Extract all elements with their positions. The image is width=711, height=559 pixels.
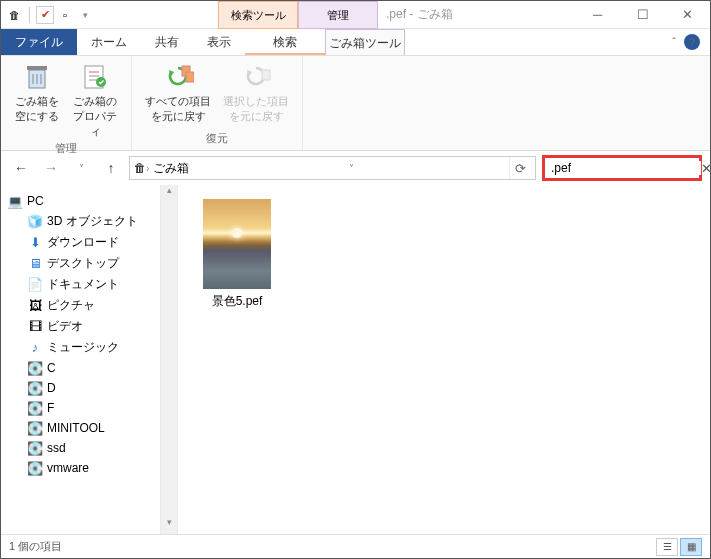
tree-item-videos[interactable]: 🎞ビデオ	[1, 316, 160, 337]
window-title: .pef - ごみ箱	[386, 6, 453, 23]
empty-bin-button[interactable]: ごみ箱を 空にする	[9, 58, 65, 141]
svg-rect-1	[27, 66, 47, 70]
content-area: 💻 PC 🧊3D オブジェクト ⬇ダウンロード 🖥デスクトップ 📄ドキュメント …	[1, 185, 710, 534]
tree-item-documents[interactable]: 📄ドキュメント	[1, 274, 160, 295]
tab-file[interactable]: ファイル	[1, 29, 77, 55]
tab-home[interactable]: ホーム	[77, 29, 141, 55]
recycle-bin-icon: 🗑	[5, 6, 23, 24]
drive-icon: 💽	[27, 400, 43, 416]
tree-item-downloads[interactable]: ⬇ダウンロード	[1, 232, 160, 253]
music-icon: ♪	[27, 340, 43, 356]
drive-icon: 💽	[27, 360, 43, 376]
bin-properties-button[interactable]: ごみ箱の プロパティ	[67, 58, 123, 141]
breadcrumb-location[interactable]: ごみ箱	[149, 160, 193, 177]
tab-view[interactable]: 表示	[193, 29, 245, 55]
ribbon: ごみ箱を 空にする ごみ箱の プロパティ 管理 すべての項目 を元に戻す 選択し…	[1, 56, 710, 151]
minimize-button[interactable]: ─	[575, 1, 620, 29]
recent-dropdown[interactable]: ˅	[69, 156, 93, 180]
context-tab-manage[interactable]: 管理	[298, 1, 378, 29]
tab-search-sub[interactable]: 検索	[245, 29, 325, 55]
file-thumbnail	[203, 199, 271, 289]
svg-rect-14	[262, 70, 270, 80]
drive-icon: 💽	[27, 380, 43, 396]
navigation-pane[interactable]: 💻 PC 🧊3D オブジェクト ⬇ダウンロード 🖥デスクトップ 📄ドキュメント …	[1, 185, 161, 534]
empty-bin-icon	[21, 60, 53, 92]
properties-icon	[79, 60, 111, 92]
restore-all-icon	[162, 60, 194, 92]
context-tab-search[interactable]: 検索ツール	[218, 1, 298, 29]
restore-selected-icon	[240, 60, 272, 92]
context-tabs: 検索ツール 管理	[218, 1, 378, 29]
address-bar[interactable]: 🗑 › ごみ箱 ˅ ⟳	[129, 156, 536, 180]
qat-check-icon[interactable]: ✔	[36, 6, 54, 24]
tree-root-pc[interactable]: 💻 PC	[1, 191, 160, 211]
tree-item-music[interactable]: ♪ミュージック	[1, 337, 160, 358]
address-dropdown-icon[interactable]: ˅	[343, 163, 359, 174]
tree-item-pictures[interactable]: 🖼ピクチャ	[1, 295, 160, 316]
svg-rect-12	[186, 72, 194, 82]
file-name: 景色5.pef	[192, 293, 282, 310]
recycle-bin-breadcrumb-icon: 🗑	[134, 161, 146, 175]
refresh-icon[interactable]: ⟳	[509, 157, 531, 179]
drive-icon: 💽	[27, 460, 43, 476]
qat-dropdown-icon[interactable]: ▾	[76, 6, 94, 24]
picture-icon: 🖼	[27, 298, 43, 314]
video-icon: 🎞	[27, 319, 43, 335]
tree-item-drive-d[interactable]: 💽D	[1, 378, 160, 398]
tree-item-drive-minitool[interactable]: 💽MINITOOL	[1, 418, 160, 438]
clear-search-icon[interactable]: ✕	[701, 161, 711, 176]
tree-root-label: PC	[27, 194, 44, 208]
help-icon[interactable]: ?	[684, 34, 700, 50]
tree-item-desktop[interactable]: 🖥デスクトップ	[1, 253, 160, 274]
download-icon: ⬇	[27, 235, 43, 251]
item-count: 1 個の項目	[9, 539, 62, 554]
details-view-button[interactable]: ☰	[656, 538, 678, 556]
desktop-icon: 🖥	[27, 256, 43, 272]
tab-manage-sub[interactable]: ごみ箱ツール	[325, 29, 405, 55]
search-box[interactable]: ✕	[542, 155, 702, 181]
cube-icon: 🧊	[27, 214, 43, 230]
file-item[interactable]: 景色5.pef	[192, 199, 282, 310]
restore-all-button[interactable]: すべての項目 を元に戻す	[140, 58, 216, 131]
tree-item-3d[interactable]: 🧊3D オブジェクト	[1, 211, 160, 232]
tree-item-drive-vmware[interactable]: 💽vmware	[1, 458, 160, 478]
forward-button[interactable]: →	[39, 156, 63, 180]
tree-item-drive-ssd[interactable]: 💽ssd	[1, 438, 160, 458]
icons-view-button[interactable]: ▦	[680, 538, 702, 556]
document-icon: 📄	[27, 277, 43, 293]
status-bar: 1 個の項目 ☰ ▦	[1, 534, 710, 558]
maximize-button[interactable]: ☐	[620, 1, 665, 29]
tab-share[interactable]: 共有	[141, 29, 193, 55]
nav-row: ← → ˅ ↑ 🗑 › ごみ箱 ˅ ⟳ ✕	[1, 151, 710, 185]
ribbon-collapse-icon[interactable]: ˆ	[672, 36, 676, 48]
scroll-up-icon[interactable]: ▴	[161, 185, 177, 202]
drive-icon: 💽	[27, 420, 43, 436]
scroll-down-icon[interactable]: ▾	[161, 517, 177, 534]
up-button[interactable]: ↑	[99, 156, 123, 180]
tree-item-drive-f[interactable]: 💽F	[1, 398, 160, 418]
restore-selected-button: 選択した項目 を元に戻す	[218, 58, 294, 131]
close-button[interactable]: ✕	[665, 1, 710, 29]
ribbon-group-manage: ごみ箱を 空にする ごみ箱の プロパティ 管理	[1, 56, 132, 150]
file-list[interactable]: 景色5.pef	[178, 185, 710, 534]
drive-icon: 💽	[27, 440, 43, 456]
ribbon-group-restore-label: 復元	[206, 131, 228, 148]
tree-item-drive-c[interactable]: 💽C	[1, 358, 160, 378]
qat-doc-icon[interactable]: ▫	[56, 6, 74, 24]
back-button[interactable]: ←	[9, 156, 33, 180]
titlebar: 🗑 ✔ ▫ ▾ 検索ツール 管理 .pef - ごみ箱 ─ ☐ ✕	[1, 1, 710, 29]
ribbon-tabs: ファイル ホーム 共有 表示 検索 ごみ箱ツール ˆ ?	[1, 29, 710, 56]
tree-scrollbar[interactable]: ▴ ▾	[161, 185, 178, 534]
ribbon-group-restore: すべての項目 を元に戻す 選択した項目 を元に戻す 復元	[132, 56, 303, 150]
search-input[interactable]	[551, 161, 701, 175]
pc-icon: 💻	[7, 193, 23, 209]
